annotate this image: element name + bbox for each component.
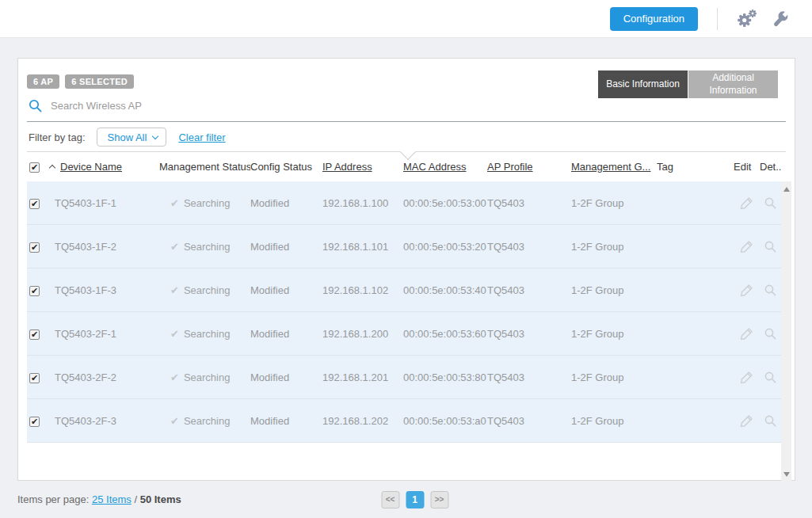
tab-basic-information[interactable]: Basic Information [598, 70, 688, 98]
table-row: ✔ TQ5403-1F-1 ✔ Searching Modified 192.1… [27, 181, 781, 225]
configuration-button[interactable]: Configuration [610, 7, 698, 31]
table-body-rows: ✔ TQ5403-1F-1 ✔ Searching Modified 192.1… [27, 181, 781, 443]
settings-gears-icon[interactable] [737, 9, 757, 29]
column-header-details: Det... [760, 161, 781, 173]
config-status-cell: Modified [250, 197, 322, 209]
column-header-tag: Tag [657, 161, 734, 173]
page-size-link[interactable]: 25 Items [92, 493, 132, 505]
management-group-cell: 1-2F Group [571, 371, 657, 383]
magnifier-icon [764, 197, 776, 209]
pencil-icon [740, 284, 753, 297]
mac-address-cell: 00:00:5e:00:53:40 [403, 284, 487, 296]
ap-profile-cell: TQ5403 [487, 241, 571, 253]
details-button[interactable] [760, 197, 781, 209]
device-name-cell: TQ5403-1F-3 [48, 284, 159, 296]
edit-button[interactable] [734, 414, 760, 428]
pencil-icon [740, 371, 753, 384]
edit-button[interactable] [734, 371, 760, 384]
config-status-cell: Modified [250, 241, 322, 253]
ap-profile-cell: TQ5403 [487, 197, 571, 209]
total-items-label: 50 Items [140, 493, 181, 505]
scroll-down-button[interactable] [781, 468, 791, 480]
column-header-edit: Edit [734, 161, 760, 173]
tab-additional-information[interactable]: Additional Information [688, 70, 778, 98]
config-status-cell: Modified [250, 415, 322, 427]
info-tabs: Basic Information Additional Information [598, 70, 778, 98]
device-name-cell: TQ5403-2F-1 [48, 328, 159, 340]
column-header-ap-profile[interactable]: AP Profile [487, 161, 571, 173]
pager: << 1 >> [381, 491, 448, 508]
column-header-device-name[interactable]: Device Name [48, 161, 159, 173]
details-button[interactable] [760, 371, 781, 383]
check-icon: ✔ [170, 284, 179, 296]
vertical-scrollbar[interactable] [781, 181, 791, 482]
edit-button[interactable] [734, 240, 760, 253]
column-header-ip-address[interactable]: IP Address [322, 161, 403, 173]
details-button[interactable] [760, 415, 781, 427]
column-header-management-group[interactable]: Management G... [571, 161, 657, 173]
toolbar-divider [717, 8, 718, 30]
details-button[interactable] [760, 284, 781, 296]
management-status-cell: ✔ Searching [159, 371, 250, 383]
config-status-cell: Modified [250, 284, 322, 296]
triangle-up-icon [783, 187, 790, 192]
ap-profile-cell: TQ5403 [487, 284, 571, 296]
column-header-management-status: Management Status [159, 161, 250, 173]
ip-address-cell: 192.168.1.100 [322, 197, 403, 209]
management-status-cell: ✔ Searching [159, 197, 250, 209]
select-all-checkbox[interactable]: ✔ [29, 162, 40, 173]
ap-profile-cell: TQ5403 [487, 328, 571, 340]
ip-address-cell: 192.168.1.202 [322, 415, 403, 427]
next-page-button[interactable]: >> [430, 491, 448, 508]
check-icon: ✔ [170, 371, 179, 383]
mac-address-cell: 00:00:5e:00:53:00 [403, 197, 487, 209]
scroll-up-button[interactable] [781, 183, 791, 195]
pencil-icon [740, 414, 753, 428]
filter-by-tag-label: Filter by tag: [29, 131, 86, 143]
table-row: ✔ TQ5403-1F-2 ✔ Searching Modified 192.1… [27, 225, 781, 269]
check-icon: ✔ [170, 241, 179, 253]
edit-button[interactable] [734, 327, 760, 341]
mac-address-cell: 00:00:5e:00:53:20 [403, 241, 487, 253]
management-group-cell: 1-2F Group [571, 197, 657, 209]
device-name-cell: TQ5403-1F-1 [48, 197, 159, 209]
wireless-ap-panel: 6 AP 6 SELECTED Basic Information Additi… [17, 58, 795, 481]
previous-page-button[interactable]: << [381, 491, 399, 508]
edit-button[interactable] [734, 284, 760, 297]
tag-filter-dropdown[interactable]: Show All [97, 128, 167, 147]
config-status-cell: Modified [250, 371, 322, 383]
row-checkbox[interactable]: ✔ [29, 373, 40, 383]
row-checkbox[interactable]: ✔ [29, 286, 40, 296]
magnifier-icon [764, 241, 776, 253]
device-name-cell: TQ5403-1F-2 [48, 241, 159, 253]
device-name-cell: TQ5403-2F-3 [48, 415, 159, 427]
table-row: ✔ TQ5403-2F-2 ✔ Searching Modified 192.1… [27, 356, 781, 399]
clear-filter-link[interactable]: Clear filter [178, 131, 225, 143]
row-checkbox[interactable]: ✔ [29, 242, 40, 253]
ip-address-cell: 192.168.1.201 [322, 371, 403, 383]
row-checkbox[interactable]: ✔ [29, 417, 40, 427]
ap-count-badge: 6 AP [27, 74, 59, 89]
items-separator: / [134, 493, 137, 505]
column-header-mac-address[interactable]: MAC Address [403, 161, 487, 173]
edit-button[interactable] [734, 196, 760, 210]
sort-ascending-icon [49, 164, 55, 170]
details-button[interactable] [760, 241, 781, 253]
chevron-down-icon [152, 132, 158, 139]
wrench-icon[interactable] [770, 9, 791, 29]
magnifier-icon [764, 371, 776, 383]
pencil-icon [740, 196, 753, 210]
filter-bar: Filter by tag: Show All Clear filter [27, 122, 786, 152]
items-per-page: Items per page: 25 Items / 50 Items [17, 493, 181, 505]
search-input[interactable] [51, 100, 784, 112]
column-header-config-status: Config Status [250, 161, 322, 173]
ip-address-cell: 192.168.1.102 [322, 284, 403, 296]
check-icon: ✔ [170, 415, 179, 427]
row-checkbox[interactable]: ✔ [29, 199, 40, 209]
pencil-icon [740, 327, 753, 341]
check-icon: ✔ [170, 328, 179, 340]
details-button[interactable] [760, 328, 781, 340]
row-checkbox[interactable]: ✔ [29, 329, 40, 340]
ip-address-cell: 192.168.1.101 [322, 241, 403, 253]
current-page-button[interactable]: 1 [406, 491, 424, 508]
